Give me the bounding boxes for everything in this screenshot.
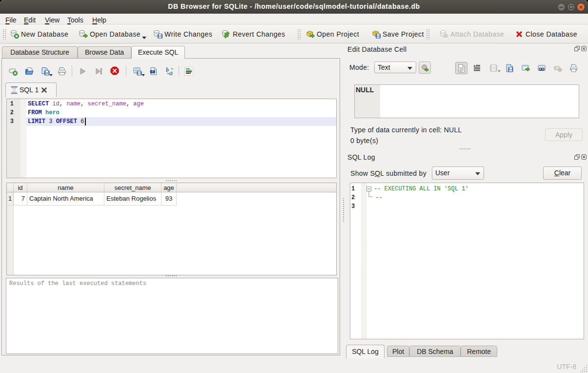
svg-text:b: b bbox=[166, 66, 169, 73]
svg-text:a: a bbox=[169, 69, 173, 76]
